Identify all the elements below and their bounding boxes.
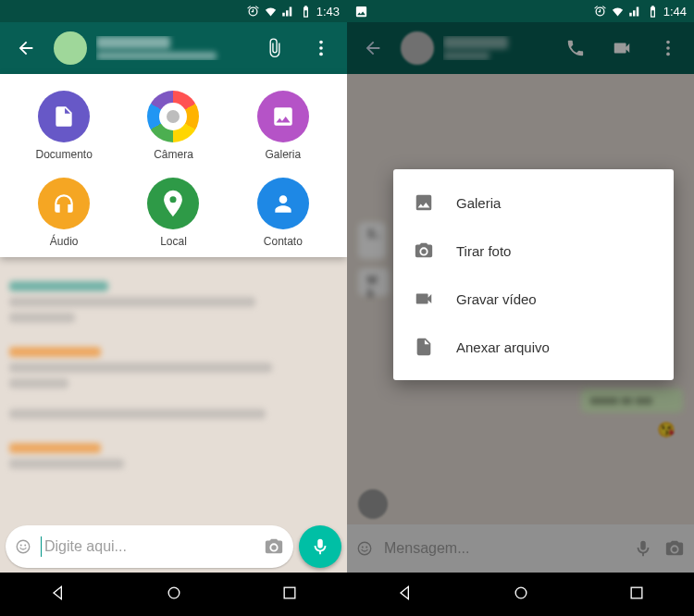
videocam-icon — [414, 289, 434, 309]
message-input[interactable]: Digite aqui... — [6, 525, 293, 568]
svg-rect-7 — [284, 587, 295, 598]
svg-point-6 — [168, 587, 180, 598]
menu-record-video-label: Gravar vídeo — [456, 291, 537, 307]
attach-location-label: Local — [160, 235, 187, 248]
attach-gallery-label: Galeria — [265, 148, 301, 161]
emoji-icon[interactable] — [15, 538, 31, 555]
gallery-icon — [257, 91, 309, 142]
menu-record-video[interactable]: Gravar vídeo — [393, 275, 674, 323]
android-nav-bar — [0, 573, 347, 616]
location-pin-icon — [147, 178, 199, 229]
person-icon — [257, 178, 309, 229]
attach-gallery[interactable]: Galeria — [229, 91, 338, 161]
nav-back[interactable] — [396, 584, 415, 606]
attach-location[interactable]: Local — [118, 178, 228, 248]
contact-avatar[interactable] — [54, 31, 87, 65]
back-button[interactable] — [7, 30, 44, 67]
attachment-sheet: Documento Câmera Galeria Áudio — [0, 74, 347, 257]
nav-back[interactable] — [49, 584, 68, 606]
attach-camera[interactable]: Câmera — [118, 91, 228, 161]
status-bar: 1:43 — [0, 0, 347, 22]
headphones-icon — [38, 178, 90, 229]
attach-audio-label: Áudio — [50, 235, 79, 248]
attach-contact[interactable]: Contato — [229, 178, 338, 248]
camera-input-icon[interactable] — [264, 536, 284, 557]
signal-icon — [281, 5, 295, 18]
attach-button[interactable] — [256, 30, 293, 67]
phone-right: 1:44 S.. M b xxxxx xx xxx — [347, 0, 694, 616]
status-time: 1:43 — [316, 5, 340, 18]
status-bar: 1:44 — [347, 0, 694, 22]
camera-icon — [147, 91, 199, 142]
nav-home[interactable] — [512, 584, 530, 606]
svg-rect-15 — [631, 587, 642, 598]
nav-recent[interactable] — [280, 584, 299, 606]
svg-point-1 — [319, 46, 323, 50]
menu-take-photo-label: Tirar foto — [456, 243, 511, 259]
svg-point-5 — [24, 545, 26, 547]
wifi-icon — [611, 5, 625, 18]
status-time: 1:44 — [663, 5, 687, 18]
menu-attach-file[interactable]: Anexar arquivo — [393, 323, 674, 371]
message-placeholder: Digite aqui... — [41, 538, 254, 555]
voice-message-button[interactable] — [299, 525, 341, 568]
image-notification-icon — [354, 5, 368, 18]
android-nav-bar — [347, 573, 694, 616]
phone-left: 1:43 — [0, 0, 347, 616]
attach-camera-label: Câmera — [154, 148, 193, 161]
attach-document[interactable]: Documento — [9, 91, 118, 161]
signal-icon — [628, 5, 642, 18]
menu-take-photo[interactable]: Tirar foto — [393, 227, 674, 275]
image-icon — [414, 192, 434, 213]
menu-attach-file-label: Anexar arquivo — [456, 339, 550, 355]
app-bar — [0, 22, 347, 74]
nav-home[interactable] — [165, 584, 183, 606]
alarm-icon — [246, 5, 260, 18]
attach-audio[interactable]: Áudio — [9, 178, 118, 248]
attachment-menu: Galeria Tirar foto Gravar vídeo Anexar a… — [393, 169, 674, 380]
overflow-menu-button[interactable] — [303, 30, 340, 67]
menu-gallery-label: Galeria — [456, 195, 501, 211]
battery-icon — [299, 5, 313, 18]
svg-point-14 — [515, 587, 527, 598]
attach-document-label: Documento — [35, 148, 92, 161]
document-icon — [38, 91, 90, 142]
file-icon — [414, 337, 434, 357]
alarm-icon — [593, 5, 607, 18]
contact-title-block[interactable] — [96, 36, 247, 60]
composer: Digite aqui... — [0, 521, 347, 573]
camera-icon — [414, 240, 434, 261]
menu-gallery[interactable]: Galeria — [393, 179, 674, 227]
nav-recent[interactable] — [627, 584, 646, 606]
svg-point-3 — [17, 540, 30, 553]
wifi-icon — [264, 5, 278, 18]
battery-icon — [646, 5, 660, 18]
svg-point-0 — [319, 41, 323, 44]
svg-point-2 — [319, 53, 323, 56]
svg-point-4 — [20, 545, 22, 547]
attach-contact-label: Contato — [264, 235, 303, 248]
